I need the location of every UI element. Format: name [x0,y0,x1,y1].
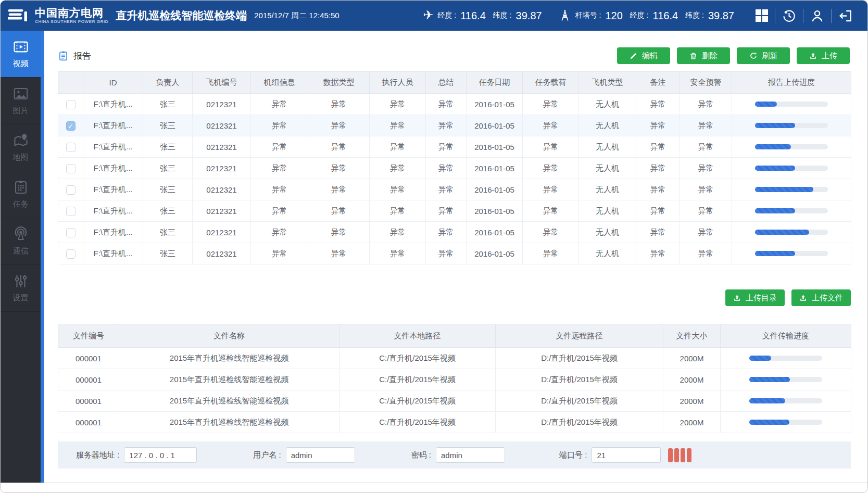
file-cell: 2000M [663,390,721,412]
sliders-icon [13,273,29,289]
report-progress-bar [755,230,828,235]
row-checkbox[interactable] [66,185,76,195]
files-header-row: 文件编号 文件名称 文件本地路径 文件远程路径 文件大小 文件传输进度 [58,324,851,348]
report-row: F:\直升机...张三0212321异常异常异常异常2016-01-05异常无人… [58,243,851,264]
report-cell: 异常 [636,94,680,115]
report-cell: 2016-01-05 [467,222,523,243]
report-row: F:\直升机...张三0212321异常异常异常异常2016-01-05异常无人… [58,158,851,179]
file-cell: 2015年直升机巡检线智能巡检视频 [119,412,339,433]
file-cell: D:/直升机/2015年视频 [496,348,663,369]
report-cell: 异常 [426,94,467,115]
upload-icon [799,294,807,302]
username-label: 用户名 : [253,450,281,460]
aircraft-lon-label: 经度 : [437,11,456,20]
upload-button[interactable]: 上传 [797,47,850,64]
section-title-report: 报告 [58,50,91,62]
report-cell: 异常 [251,136,308,158]
report-progress-bar [755,166,828,171]
sidebar-item-pictures[interactable]: 图片 [1,78,41,124]
tower-no-label: 杆塔号 : [575,11,601,20]
report-cell: 异常 [370,222,426,243]
file-cell: C:/直升机/2015年视频 [339,390,496,412]
tower-lat-label: 纬度 : [685,11,704,20]
file-cell: 000001 [58,369,119,390]
sidebar-item-settings[interactable]: 设置 [1,265,41,312]
report-cell: 异常 [308,200,370,222]
report-cell: 异常 [308,179,370,200]
brand: 中国南方电网 CHINA SOUTHERN POWER GRID [8,7,108,23]
logout-icon[interactable] [831,9,859,23]
report-cell: 异常 [680,136,732,158]
csg-logo-icon [8,8,30,23]
row-checkbox[interactable] [66,249,76,259]
row-checkbox[interactable] [66,100,76,109]
row-checkbox[interactable] [66,228,76,237]
row-checkbox[interactable]: ✓ [66,121,76,131]
report-cell: 异常 [680,243,732,264]
report-table-body: F:\直升机...张三0212321异常异常异常异常2016-01-05异常无人… [58,94,851,264]
brand-name: 中国南方电网 [35,7,108,19]
report-cell: F:\直升机... [83,115,143,136]
refresh-button[interactable]: 刷新 [737,47,790,64]
report-progress-bar [755,102,828,107]
report-cell: 异常 [370,115,426,136]
sidebar-item-map[interactable]: 地图 [1,124,41,171]
file-cell: C:/直升机/2015年视频 [339,348,496,369]
report-cell: 异常 [370,136,426,158]
signal-bar [674,448,679,462]
sidebar-item-comms[interactable]: 通信 [1,218,41,265]
edit-button[interactable]: 编辑 [617,47,670,64]
row-checkbox[interactable] [66,164,76,173]
file-cell: D:/直升机/2015年视频 [496,390,663,412]
tower-icon [559,9,571,22]
upload-directory-button[interactable]: 上传目录 [725,289,785,306]
tower-lat-value: 39.87 [708,10,734,22]
row-checkbox[interactable] [66,207,76,216]
sidebar-item-label: 设置 [13,293,29,303]
report-cell: 异常 [251,115,308,136]
windows-start-icon[interactable] [749,9,775,22]
row-checkbox[interactable] [66,143,76,152]
report-cell: F:\直升机... [83,179,143,200]
history-icon[interactable] [775,9,803,23]
report-cell: 异常 [370,200,426,222]
sidebar-item-label: 通信 [13,246,29,256]
files-table: 文件编号 文件名称 文件本地路径 文件远程路径 文件大小 文件传输进度 0000… [58,324,851,433]
aircraft-lat-label: 纬度 : [493,11,512,20]
report-cell: 张三 [143,94,193,115]
report-cell: 异常 [370,158,426,179]
sidebar-item-video[interactable]: 视频 [1,31,41,78]
report-cell: 异常 [680,115,732,136]
sidebar-item-label: 图片 [13,106,29,116]
report-cell: 0212321 [193,136,251,158]
upload-file-button[interactable]: 上传文件 [791,289,851,306]
port-input[interactable] [592,447,661,463]
file-cell: 000001 [58,348,119,369]
report-cell: 0212321 [193,158,251,179]
report-cell: 0212321 [193,200,251,222]
report-cell: 张三 [143,243,193,264]
sidebar-item-label: 地图 [13,153,29,162]
report-cell: 异常 [680,179,732,200]
password-input[interactable] [436,447,505,463]
aircraft-telemetry: ✈ 经度 : 116.4 纬度 : 39.87 [423,9,545,22]
report-cell: 2016-01-05 [467,94,523,115]
signal-bar [687,448,691,462]
report-cell: 张三 [143,136,193,158]
file-progress-bar [749,377,822,382]
report-row: F:\直升机...张三0212321异常异常异常异常2016-01-05异常无人… [58,200,851,222]
sidebar-item-tasks[interactable]: 任务 [1,171,41,218]
tower-telemetry: 杆塔号 : 120 经度 : 116.4 纬度 : 39.87 [559,9,737,22]
report-cell: 异常 [370,243,426,264]
report-header-row: ID 负责人 飞机编号 机组信息 数据类型 执行人员 总结 任务日期 任务载荷 … [58,72,851,94]
report-cell: 2016-01-05 [467,243,523,264]
delete-button[interactable]: 删除 [677,47,730,64]
report-cell: 无人机 [579,94,636,115]
file-cell: 2015年直升机巡检线智能巡检视频 [119,369,339,390]
username-input[interactable] [286,447,355,463]
server-address-input[interactable] [124,447,197,463]
user-icon[interactable] [803,9,831,23]
report-cell: 异常 [251,94,308,115]
report-cell: 异常 [426,158,467,179]
main-content: 报告 编辑 删除 [44,31,867,483]
